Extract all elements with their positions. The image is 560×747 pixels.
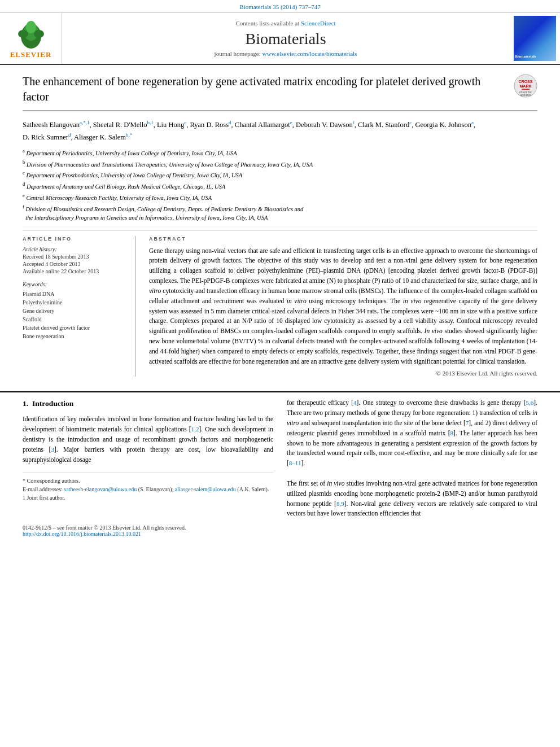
keywords-label: Keywords: <box>23 281 127 287</box>
email-2-name: (A.K. Salem). <box>237 486 269 492</box>
svg-point-5 <box>34 30 44 38</box>
cover-label: Biomaterials <box>515 54 536 59</box>
ref-5-6[interactable]: 5,6 <box>526 399 534 406</box>
author-7: Clark M. Stanford <box>358 121 409 129</box>
journal-homepage-line: journal homepage: www.elsevier.com/locat… <box>215 50 357 57</box>
author-6: Deborah V. Dawson <box>296 121 353 129</box>
email-line: E-mail addresses: satheesh-elangovan@uio… <box>23 485 273 493</box>
joint-first-note: 1 Joint first author. <box>23 493 273 502</box>
ref-1[interactable]: 1,2 <box>191 426 199 433</box>
footnote-section: * Corresponding authors. E-mail addresse… <box>23 473 273 502</box>
affil-a: a Department of Periodontics, University… <box>23 147 537 158</box>
author-2: Sheetal R. D'Mello <box>93 121 147 129</box>
email-2-link[interactable]: aliasger-salem@uiowa.edu <box>175 486 236 492</box>
svg-point-3 <box>26 21 36 33</box>
intro-paragraph-1: Identification of key molecules involved… <box>23 414 273 465</box>
svg-text:MARK: MARK <box>520 84 532 88</box>
ref-4[interactable]: 4 <box>353 399 357 406</box>
keyword-2: Polyethylenimine <box>23 298 127 307</box>
article-info-heading: ARTICLE INFO <box>23 236 127 242</box>
ref-8-9[interactable]: 8,9 <box>336 500 344 507</box>
intro-left-col: 1. Introduction Identification of key mo… <box>23 398 273 519</box>
svg-text:CROSS: CROSS <box>519 80 533 84</box>
science-direct-link[interactable]: ScienceDirect <box>301 20 336 27</box>
article-content: The enhancement of bone regeneration by … <box>0 65 560 391</box>
crossmark-badge: CROSS MARK check for updates <box>514 74 537 100</box>
keyword-3: Gene delivery <box>23 307 127 315</box>
intro-paragraph-2: for therapeutic efficacy [4]. One strate… <box>287 398 537 469</box>
crossmark-icon: CROSS MARK check for updates <box>514 74 537 98</box>
author-5: Chantal Allamargot <box>235 121 290 129</box>
keyword-6: Bone regeneration <box>23 332 127 340</box>
ref-3[interactable]: 3 <box>51 446 54 453</box>
author-1: Satheesh Elangovan <box>23 121 80 129</box>
science-direct-line: Contents lists available at ScienceDirec… <box>235 20 335 27</box>
ref-8-11[interactable]: 8–11 <box>289 460 301 466</box>
available-date: Available online 22 October 2013 <box>23 268 127 274</box>
elsevier-label: ELSEVIER <box>10 50 52 59</box>
journal-title-area: Contents lists available at ScienceDirec… <box>62 13 509 64</box>
affiliations-section: a Department of Periodontics, University… <box>23 147 537 223</box>
publisher-logo-area: ELSEVIER <box>0 13 62 64</box>
affil-e: e Central Microscopy Research Facility, … <box>23 192 537 203</box>
abstract-text: Gene therapy using non-viral vectors tha… <box>149 246 537 367</box>
doi-link[interactable]: http://dx.doi.org/10.1016/j.biomaterials… <box>23 531 141 537</box>
abstract-copyright: © 2013 Elsevier Ltd. All rights reserved… <box>149 370 537 377</box>
affil-b: b Division of Pharmaceutics and Translat… <box>23 159 537 169</box>
ref-7[interactable]: 7 <box>466 420 469 426</box>
svg-text:updates: updates <box>520 93 531 97</box>
article-info-abstract: ARTICLE INFO Article history: Received 1… <box>23 230 537 377</box>
authors-section: Satheesh Elangovana,*,1, Sheetal R. D'Me… <box>23 119 537 144</box>
article-title-section: The enhancement of bone regeneration by … <box>23 74 537 111</box>
abstract-heading: ABSTRACT <box>149 236 537 242</box>
article-title: The enhancement of bone regeneration by … <box>23 74 497 104</box>
received-date: Received 18 September 2013 <box>23 254 127 260</box>
affil-c: c Department of Prosthodontics, Universi… <box>23 169 537 180</box>
article-history: Article history: Received 18 September 2… <box>23 246 127 274</box>
intro-section: 1. Introduction Identification of key mo… <box>0 398 560 519</box>
journal-header: ELSEVIER Contents lists available at Sci… <box>0 13 560 65</box>
author-3: Liu Hong <box>157 121 184 129</box>
history-label: Article history: <box>23 246 127 252</box>
affil-d: d Department of Anatomy and Cell Biology… <box>23 181 537 191</box>
journal-title: Biomaterials <box>245 30 326 48</box>
author-4: Ryan D. Ross <box>190 121 229 129</box>
section-divider <box>0 391 560 392</box>
corresponding-label: * Corresponding authors. <box>23 477 273 485</box>
keyword-4: Scaffold <box>23 315 127 324</box>
article-info-col: ARTICLE INFO Article history: Received 1… <box>23 236 135 377</box>
author-10: Aliasger K. Salem <box>74 134 126 142</box>
intro-heading: 1. Introduction <box>23 398 273 410</box>
journal-cover-thumb: Biomaterials <box>509 13 560 64</box>
intro-right-col: for therapeutic efficacy [4]. One strate… <box>287 398 537 519</box>
keyword-5: Platelet derived growth factor <box>23 324 127 332</box>
email-1-name: (S. Elangovan), <box>138 486 174 492</box>
keyword-1: Plasmid DNA <box>23 290 127 298</box>
journal-reference-top: Biomaterials 35 (2014) 737–747 <box>0 0 560 13</box>
elsevier-logo: ELSEVIER <box>10 18 52 59</box>
page-footer: 0142-9612/$ – see front matter © 2013 El… <box>0 525 560 537</box>
svg-point-4 <box>18 30 28 38</box>
footer-issn: 0142-9612/$ – see front matter © 2013 El… <box>23 525 186 531</box>
keywords-block: Keywords: Plasmid DNA Polyethylenimine G… <box>23 281 127 340</box>
author-8: Georgia K. Johnson <box>415 121 471 129</box>
ref-8[interactable]: 8 <box>450 430 454 436</box>
email-1-link[interactable]: satheesh-elangovan@uiowa.edu <box>64 486 137 492</box>
homepage-url[interactable]: www.elsevier.com/locate/biomaterials <box>262 50 357 57</box>
elsevier-tree-icon <box>11 18 51 49</box>
author-9: D. Rick Sumner <box>23 134 68 142</box>
intro-paragraph-3: The first set of in vivo studies involvi… <box>287 479 537 519</box>
abstract-col: ABSTRACT Gene therapy using non-viral ve… <box>149 236 537 377</box>
accepted-date: Accepted 4 October 2013 <box>23 261 127 267</box>
cover-image: Biomaterials <box>514 16 556 61</box>
affil-f: f Division of Biostatistics and Research… <box>23 203 537 223</box>
